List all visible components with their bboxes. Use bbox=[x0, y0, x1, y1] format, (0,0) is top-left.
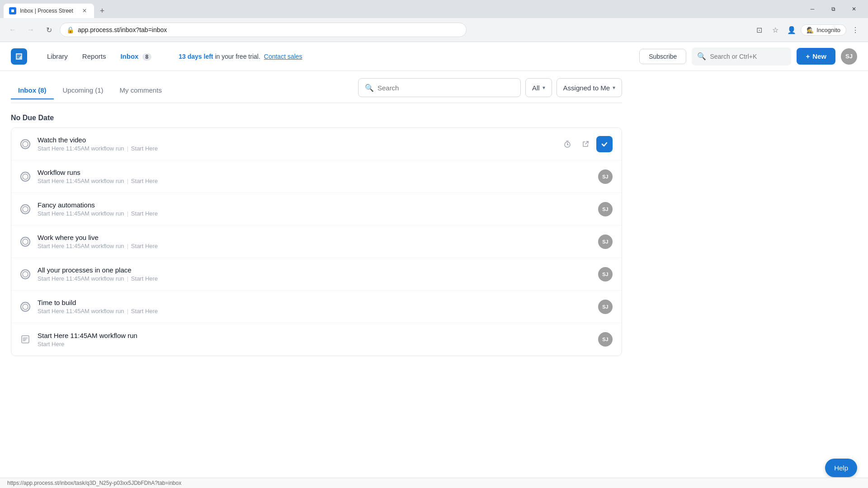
filter-search-bar[interactable]: 🔍 bbox=[358, 78, 521, 97]
inbox-nav-link[interactable]: Inbox 8 bbox=[115, 49, 157, 64]
task-assignee-avatar: SJ bbox=[598, 169, 613, 184]
task-meta: Start Here 11:45AM workflow run | Start … bbox=[38, 275, 591, 282]
library-nav-link[interactable]: Library bbox=[42, 49, 73, 64]
new-button[interactable]: + New bbox=[797, 48, 835, 65]
task-assignee-avatar: SJ bbox=[598, 332, 613, 347]
maximize-button[interactable]: ⧉ bbox=[823, 2, 844, 16]
forward-button[interactable]: → bbox=[24, 23, 38, 37]
task-meta-separator: | bbox=[127, 308, 128, 314]
task-meta: Start Here 11:45AM workflow run | Start … bbox=[38, 308, 591, 314]
task-item: Start Here 11:45AM workflow run Start He… bbox=[11, 323, 622, 356]
task-meta-separator: | bbox=[127, 275, 128, 282]
refresh-button[interactable]: ↻ bbox=[42, 23, 56, 37]
task-actions: SJ bbox=[598, 202, 613, 216]
svg-point-6 bbox=[23, 304, 28, 310]
task-timer-button[interactable] bbox=[560, 137, 575, 151]
task-assignee-avatar: SJ bbox=[598, 267, 613, 282]
task-run-link[interactable]: Start Here bbox=[131, 243, 158, 249]
app-logo[interactable] bbox=[11, 48, 27, 65]
menu-icon[interactable]: ⋮ bbox=[848, 23, 863, 37]
new-button-label: New bbox=[812, 52, 826, 60]
close-button[interactable]: ✕ bbox=[844, 2, 864, 16]
task-info: Fancy automations Start Here 11:45AM wor… bbox=[38, 201, 591, 217]
help-button[interactable]: Help bbox=[825, 459, 857, 477]
task-run-link[interactable]: Start Here bbox=[131, 275, 158, 282]
status-bar: https://app.process.st/inbox/task/q3D_N2… bbox=[0, 478, 868, 488]
task-assignee-avatar: SJ bbox=[598, 300, 613, 314]
task-assignee-avatar: SJ bbox=[598, 202, 613, 216]
svg-point-3 bbox=[23, 206, 28, 212]
subscribe-button[interactable]: Subscribe bbox=[639, 49, 686, 64]
header-right: Subscribe 🔍 + New SJ bbox=[639, 47, 857, 66]
contact-sales-link[interactable]: Contact sales bbox=[264, 53, 302, 60]
tab-close-button[interactable]: × bbox=[80, 7, 89, 15]
incognito-button[interactable]: 🕵 Incognito bbox=[801, 24, 846, 36]
task-name: Fancy automations bbox=[38, 201, 591, 209]
task-actions: SJ bbox=[598, 332, 613, 347]
all-filter-dropdown[interactable]: All ▾ bbox=[525, 78, 552, 97]
task-workflow: Start Here 11:45AM workflow run bbox=[38, 308, 124, 314]
reports-nav-link[interactable]: Reports bbox=[77, 49, 112, 64]
task-meta: Start Here 11:45AM workflow run | Start … bbox=[38, 145, 553, 152]
url-text: app.process.st/inbox?tab=inbox bbox=[78, 26, 167, 33]
task-check-button[interactable] bbox=[20, 302, 30, 312]
lock-icon: 🔒 bbox=[66, 26, 74, 33]
task-check-button[interactable] bbox=[20, 269, 30, 279]
task-workflow: Start Here 11:45AM workflow run bbox=[38, 210, 124, 217]
profile-icon[interactable]: 👤 bbox=[784, 23, 799, 37]
assigned-filter-dropdown[interactable]: Assigned to Me ▾ bbox=[557, 78, 622, 97]
tab-inbox[interactable]: Inbox (8) bbox=[11, 82, 54, 99]
task-run-link[interactable]: Start Here bbox=[131, 308, 158, 314]
tab-my-comments[interactable]: My comments bbox=[113, 82, 169, 99]
task-workflow: Start Here 11:45AM workflow run bbox=[38, 243, 124, 249]
all-filter-chevron-icon: ▾ bbox=[542, 84, 545, 91]
minimize-button[interactable]: ─ bbox=[802, 2, 823, 16]
task-run-link[interactable]: Start Here bbox=[131, 210, 158, 217]
global-search-icon: 🔍 bbox=[697, 52, 706, 61]
task-item: Workflow runs Start Here 11:45AM workflo… bbox=[11, 160, 622, 193]
new-tab-button[interactable]: + bbox=[96, 5, 108, 17]
filter-search-input[interactable] bbox=[377, 84, 513, 92]
task-info: Start Here 11:45AM workflow run Start He… bbox=[38, 332, 591, 347]
task-complete-button[interactable] bbox=[596, 136, 613, 152]
task-run-link[interactable]: Start Here bbox=[38, 341, 64, 347]
task-meta-separator: | bbox=[127, 243, 128, 249]
back-button[interactable]: ← bbox=[5, 23, 20, 37]
task-actions bbox=[560, 136, 613, 152]
assigned-filter-label: Assigned to Me bbox=[563, 84, 610, 92]
task-check-button[interactable] bbox=[20, 204, 30, 214]
task-actions: SJ bbox=[598, 235, 613, 249]
task-workflow: Start Here 11:45AM workflow run bbox=[38, 178, 124, 184]
task-open-button[interactable] bbox=[578, 137, 593, 151]
tab-upcoming[interactable]: Upcoming (1) bbox=[56, 82, 111, 99]
section-title: No Due Date bbox=[11, 103, 622, 127]
task-check-button[interactable] bbox=[20, 172, 30, 182]
task-item: Time to build Start Here 11:45AM workflo… bbox=[11, 291, 622, 323]
trial-text: 13 days left in your free trial. bbox=[179, 53, 260, 60]
svg-point-0 bbox=[23, 141, 28, 147]
bookmark-icon[interactable]: ☆ bbox=[768, 23, 783, 37]
url-bar[interactable]: 🔒 app.process.st/inbox?tab=inbox bbox=[60, 23, 467, 37]
tabs-bar: Inbox (8) Upcoming (1) My comments 🔍 All… bbox=[11, 71, 622, 103]
task-info: Watch the video Start Here 11:45AM workf… bbox=[38, 136, 553, 152]
trial-text-normal: in your free trial. bbox=[213, 53, 260, 60]
task-info: All your processes in one place Start He… bbox=[38, 266, 591, 282]
task-meta-separator: | bbox=[127, 210, 128, 217]
filter-search-icon: 🔍 bbox=[365, 84, 374, 92]
task-run-link[interactable]: Start Here bbox=[131, 145, 158, 152]
cast-icon[interactable]: ⊡ bbox=[752, 23, 766, 37]
task-name: Start Here 11:45AM workflow run bbox=[38, 332, 591, 339]
forward-icon: → bbox=[27, 26, 34, 34]
global-search-bar[interactable]: 🔍 bbox=[692, 47, 791, 66]
task-workflow: Start Here 11:45AM workflow run bbox=[38, 275, 124, 282]
browser-tab-active[interactable]: Inbox | Process Street × bbox=[4, 4, 94, 18]
task-meta-separator: | bbox=[127, 178, 128, 184]
task-meta: Start Here 11:45AM workflow run | Start … bbox=[38, 178, 591, 184]
global-search-input[interactable] bbox=[710, 53, 782, 60]
task-name: Work where you live bbox=[38, 234, 591, 241]
task-run-link[interactable]: Start Here bbox=[131, 178, 158, 184]
task-check-button[interactable] bbox=[20, 139, 30, 149]
avatar[interactable]: SJ bbox=[841, 48, 857, 65]
tab-filters: 🔍 All ▾ Assigned to Me ▾ bbox=[358, 78, 622, 103]
task-check-button[interactable] bbox=[20, 237, 30, 247]
